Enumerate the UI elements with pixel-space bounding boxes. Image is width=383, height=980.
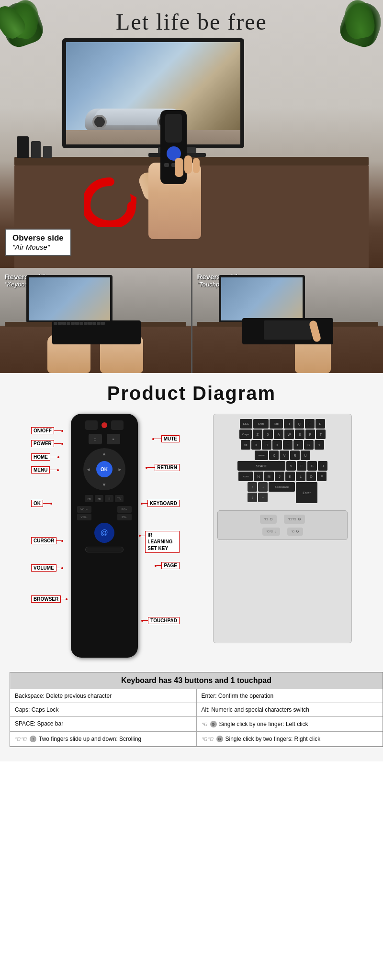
hero-title: Let life be free: [0, 9, 383, 35]
product-title: Product Diagram: [10, 383, 373, 404]
table-cell-left-click: ☜ ⊙ Single click by one finger: Left cli…: [197, 717, 383, 731]
table-cell-scroll: ☜☜ ↕ Two fingers slide up and down: Scro…: [10, 732, 197, 746]
table-cell-space: SPACE: Space bar: [10, 717, 197, 731]
table-row-3: SPACE: Space bar ☜ ⊙ Single click by one…: [10, 717, 383, 732]
red-arrow: [84, 175, 136, 227]
label-volume: VOLUME: [31, 564, 63, 572]
table-cell-backspace: Backspace: Delete previous character: [10, 689, 197, 703]
finger-icon: ☜: [202, 720, 208, 728]
table-row-4: ☜☜ ↕ Two fingers slide up and down: Scro…: [10, 732, 383, 747]
touchpad-section: ☜ ⊙ ☜☜ ⊙ ☜☜ ↕: [217, 510, 348, 540]
keyboard-info-table: Keyboard has 43 buttons and 1 touchpad B…: [10, 672, 383, 747]
table-cell-alt: Alt: Numeric and special characters swit…: [197, 703, 383, 716]
table-cell-right-click: ☜☜ ⊙ Single click by two fingers: Right …: [197, 732, 383, 746]
label-keyboard: KEYBOARD: [141, 500, 180, 507]
table-cell-caps: Caps: Caps Lock: [10, 703, 197, 716]
label-browser: BROWSER: [31, 595, 68, 603]
label-ok: OK: [31, 500, 52, 507]
two-finger-icon-2: ☜☜: [202, 735, 214, 743]
label-page: PAGE: [155, 562, 180, 569]
table-cell-enter: Enter: Confirm the operation: [197, 689, 383, 703]
keyboard-panel: Reverse side "Keyboard": [0, 268, 191, 373]
obverse-label: Obverse side "Air Mouse": [5, 229, 71, 256]
hero-section: Let life be free: [0, 0, 383, 268]
label-cursor: CURSOR: [31, 537, 63, 544]
keyboard-diagram-container: ESC Shift Tab D Q E R Caps Z X A W S F: [213, 414, 352, 662]
remote-diagram-container: ON/OFF POWER HOME MENU: [31, 414, 180, 662]
label-menu: MENU: [31, 466, 59, 473]
remote-body-wrapper: ⌂ ≡ ▲ ▼ ◄ ► OK: [67, 414, 141, 662]
diagram-area: ON/OFF POWER HOME MENU: [10, 414, 373, 662]
hand-holding-remote: [134, 110, 211, 244]
label-home: HOME: [31, 453, 59, 461]
two-finger-icon: ☜☜: [15, 735, 27, 743]
two-panels-row: Reverse side "Keyboard" Reverse side "To…: [0, 268, 383, 373]
label-return: RETURN: [146, 464, 180, 471]
touchpad-panel: Reverse side "Touchpad": [192, 268, 383, 373]
product-section: Product Diagram ON/OFF POWER: [0, 373, 383, 761]
label-on-off: ON/OFF: [31, 427, 63, 434]
label-ir-learning: IR LEARNINGSET KEY: [139, 531, 180, 553]
table-row-2: Caps: Caps Lock Alt: Numeric and special…: [10, 703, 383, 717]
label-power: POWER: [31, 440, 63, 447]
table-row-1: Backspace: Delete previous character Ent…: [10, 689, 383, 703]
table-header: Keyboard has 43 buttons and 1 touchpad: [10, 672, 383, 689]
label-mute: MUTE: [152, 435, 180, 442]
label-touchpad: TOUCHPAD: [141, 617, 180, 624]
